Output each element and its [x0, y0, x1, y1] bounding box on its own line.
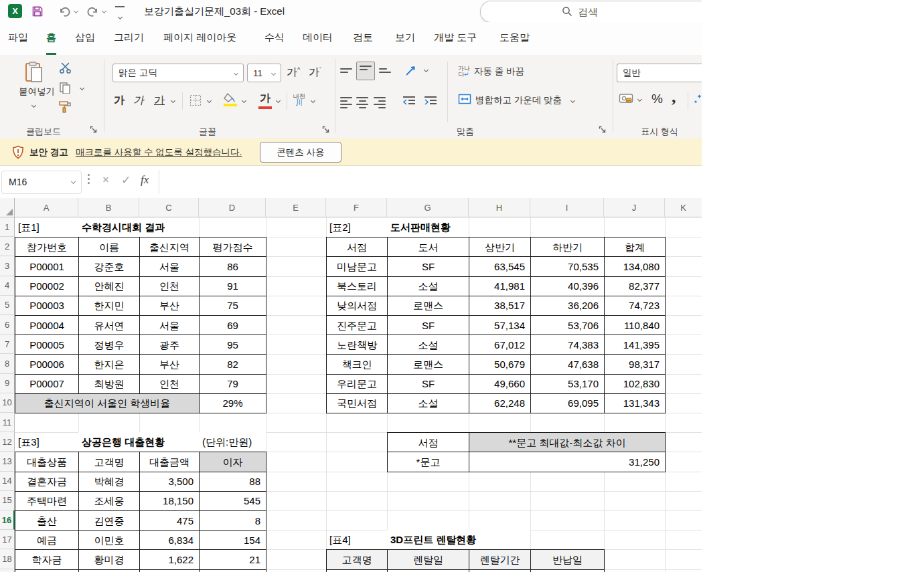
cell-B19[interactable] [78, 569, 140, 572]
cell-H19[interactable] [469, 569, 531, 572]
copy-icon[interactable] [59, 82, 71, 96]
cell-F7[interactable]: 노란책방 [326, 335, 388, 355]
align-middle-icon[interactable] [356, 62, 375, 80]
tab-draw[interactable]: 그리기 [114, 22, 144, 53]
row-header-19[interactable]: 19 [0, 569, 15, 572]
cell-G1[interactable]: 도서판매현황 [387, 217, 469, 237]
fill-color-dropdown-icon[interactable] [242, 98, 246, 103]
cell-D4[interactable]: 91 [199, 276, 266, 296]
cell-A1[interactable]: [표1] [15, 217, 78, 237]
cell-F9[interactable]: 우리문고 [326, 374, 388, 394]
row-header-1[interactable]: 1 [0, 217, 15, 237]
cell-B3[interactable]: 강준호 [78, 256, 140, 276]
cell-D12[interactable]: (단위:만원) [199, 432, 266, 452]
cell-C4[interactable]: 인천 [139, 276, 200, 296]
column-header-D[interactable]: D [199, 198, 266, 217]
cell-B9[interactable]: 최방원 [78, 374, 140, 394]
row-header-16[interactable]: 16 [0, 510, 15, 530]
save-icon[interactable] [29, 3, 46, 19]
cell-C17[interactable]: 6,834 [139, 530, 200, 550]
name-box[interactable]: M16 [1, 171, 82, 194]
underline-button[interactable]: 가 [154, 94, 165, 108]
cell-A9[interactable]: P00007 [15, 374, 79, 394]
cell-J3[interactable]: 134,080 [604, 256, 666, 276]
cell-A10[interactable]: 출신지역이 서울인 학생비율 [15, 393, 200, 413]
cell-B13[interactable]: 고객명 [78, 452, 140, 472]
cell-C15[interactable]: 18,150 [139, 491, 200, 511]
cell-A18[interactable]: 학자금 [15, 549, 79, 569]
row-header-13[interactable]: 13 [0, 452, 15, 471]
cell-F6[interactable]: 진주문고 [326, 315, 388, 335]
font-color-button[interactable]: 가 [258, 92, 272, 109]
cell-C7[interactable]: 광주 [139, 335, 200, 355]
cell-D10[interactable]: 29% [199, 393, 266, 413]
cell-B14[interactable]: 박혜경 [78, 472, 140, 492]
cell-B8[interactable]: 한지은 [78, 354, 140, 374]
font-dialog-launcher-icon[interactable] [322, 124, 331, 134]
cell-B15[interactable]: 조세웅 [78, 491, 140, 511]
accounting-format-icon[interactable] [619, 92, 633, 108]
cell-B4[interactable]: 안혜진 [78, 276, 140, 296]
align-right-icon[interactable] [374, 95, 386, 110]
cell-G5[interactable]: 로맨스 [387, 296, 469, 316]
phonetic-dropdown-icon[interactable] [311, 98, 315, 103]
tab-file[interactable]: 파일 [8, 22, 28, 53]
tab-data[interactable]: 데이터 [303, 22, 333, 53]
align-bottom-icon[interactable] [379, 66, 391, 75]
percent-style-button[interactable]: % [651, 92, 663, 106]
cell-D2[interactable]: 평가점수 [199, 237, 266, 257]
italic-button[interactable]: 가 [133, 94, 146, 108]
cell-D15[interactable]: 545 [199, 491, 266, 511]
cell-J10[interactable]: 131,343 [604, 393, 666, 413]
cell-J7[interactable]: 141,395 [604, 335, 666, 355]
cell-H18[interactable]: 렌탈기간 [469, 549, 531, 569]
alignment-dialog-launcher-icon[interactable] [599, 124, 608, 134]
cell-G8[interactable]: 로맨스 [387, 354, 469, 374]
cell-B12[interactable]: 상공은행 대출현황 [78, 432, 199, 452]
column-header-E[interactable]: E [266, 198, 326, 217]
customize-quick-access-icon[interactable] [115, 6, 125, 21]
cell-D3[interactable]: 86 [199, 256, 266, 276]
cancel-button[interactable]: × [102, 173, 109, 187]
cell-C16[interactable]: 475 [139, 510, 200, 531]
cell-G6[interactable]: SF [387, 315, 469, 335]
cell-I2[interactable]: 하반기 [530, 237, 605, 257]
cell-A4[interactable]: P00002 [15, 276, 79, 296]
row-header-12[interactable]: 12 [0, 432, 15, 452]
cell-G4[interactable]: 소설 [387, 276, 469, 296]
tab-formulas[interactable]: 수식 [264, 22, 285, 53]
cell-I19[interactable] [530, 569, 605, 572]
increase-indent-icon[interactable] [423, 95, 438, 110]
column-header-F[interactable]: F [326, 198, 387, 217]
cell-H5[interactable]: 38,517 [469, 296, 531, 316]
column-header-C[interactable]: C [139, 198, 199, 217]
decrease-indent-icon[interactable] [402, 95, 416, 110]
font-name-combobox[interactable]: 맑은 고딕 [112, 64, 244, 82]
cell-A17[interactable]: 예금 [15, 530, 79, 550]
clipboard-dialog-launcher-icon[interactable] [90, 124, 99, 134]
cell-H4[interactable]: 41,981 [469, 276, 531, 296]
cell-F18[interactable]: 고객명 [326, 549, 388, 569]
cell-I7[interactable]: 74,383 [530, 335, 605, 355]
bold-button[interactable]: 가 [114, 94, 125, 108]
cell-B7[interactable]: 정병우 [78, 335, 140, 355]
undo-icon[interactable] [56, 3, 72, 19]
cell-G17[interactable]: 3D프린트 렌탈현황 [387, 530, 530, 549]
cell-A19[interactable] [15, 569, 79, 572]
cell-C3[interactable]: 서울 [139, 256, 200, 276]
cell-F17[interactable]: [표4] [326, 530, 387, 549]
enable-content-button[interactable]: 콘텐츠 사용 [260, 142, 341, 163]
column-header-G[interactable]: G [387, 198, 469, 217]
underline-dropdown-icon[interactable] [171, 98, 175, 103]
tab-developer[interactable]: 개발 도구 [434, 22, 477, 53]
cell-I18[interactable]: 반납일 [530, 549, 605, 569]
cell-C18[interactable]: 1,622 [139, 549, 200, 569]
cell-A6[interactable]: P00004 [15, 315, 79, 335]
cell-B1[interactable]: 수학경시대회 결과 [78, 217, 199, 237]
cell-D16[interactable]: 8 [199, 510, 266, 531]
cell-D6[interactable]: 69 [199, 315, 266, 335]
tab-review[interactable]: 검토 [353, 22, 373, 53]
cell-F1[interactable]: [표2] [326, 217, 387, 237]
cell-C9[interactable]: 인천 [139, 374, 200, 394]
tab-help[interactable]: 도움말 [499, 22, 530, 53]
